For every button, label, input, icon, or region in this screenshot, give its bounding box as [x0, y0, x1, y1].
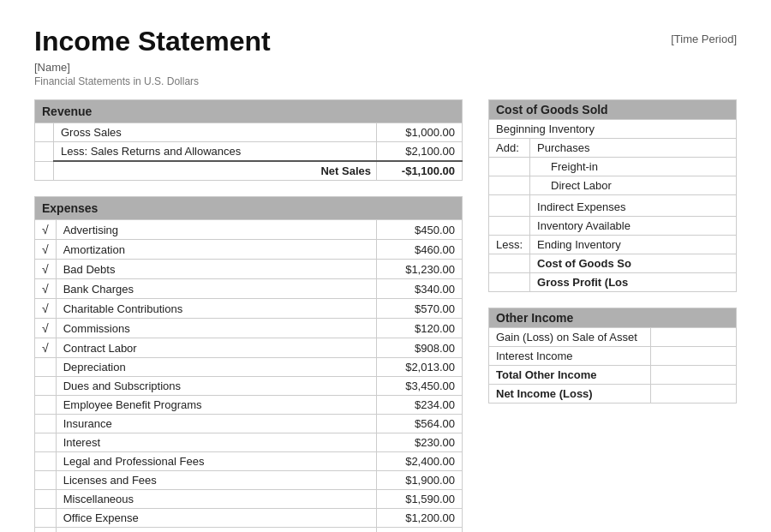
table-row: √ Bank Charges $340.00	[35, 279, 463, 299]
net-sales-row: Net Sales -$1,100.00	[35, 161, 463, 181]
ending-inventory-label: Ending Inventory	[530, 236, 737, 254]
interest-income-label: Interest Income	[489, 347, 651, 366]
page-title: Income Statement	[34, 26, 271, 57]
cogs-label: Cost of Goods So	[530, 254, 737, 273]
other-income-section: Other Income Gain (Loss) on Sale of Asse…	[488, 308, 737, 403]
expenses-header: Expenses	[35, 197, 463, 220]
table-row: Interest $230.00	[35, 433, 463, 452]
table-row: Miscellaneous $1,590.00	[35, 490, 463, 509]
direct-labor-label: Direct Labor	[530, 176, 737, 195]
net-income-row: Net Income (Loss)	[489, 385, 737, 403]
table-row: Beginning Inventory	[489, 120, 737, 139]
check-advertising: √	[35, 220, 57, 240]
total-other-income-label: Total Other Income	[489, 366, 651, 385]
table-row: Gross Sales $1,000.00	[35, 123, 463, 142]
table-row: Gain (Loss) on Sale of Asset	[489, 328, 737, 347]
other-income-header: Other Income	[489, 308, 737, 328]
net-sales-amount: -$1,100.00	[377, 161, 463, 181]
table-row: Direct Labor	[489, 176, 737, 195]
net-sales-label: Net Sales	[54, 161, 377, 181]
name-placeholder: [Name]	[34, 61, 271, 74]
cogs-section: Cost of Goods Sold Beginning Inventory A…	[488, 99, 737, 292]
table-row: Licenses and Fees $1,900.00	[35, 471, 463, 490]
gross-sales-label: Gross Sales	[54, 123, 377, 142]
inventory-available-label: Inventory Available	[530, 217, 737, 236]
gain-loss-label: Gain (Loss) on Sale of Asset	[489, 328, 651, 347]
subtitle: Financial Statements in U.S. Dollars	[34, 75, 271, 87]
revenue-header: Revenue	[35, 100, 463, 123]
table-row: Payroll Taxes $230.00	[35, 528, 463, 533]
table-row: Depreciation $2,013.00	[35, 358, 463, 377]
table-row: Freight-in	[489, 158, 737, 176]
cogs-total-row: Cost of Goods So	[489, 254, 737, 273]
table-row: Add: Purchases	[489, 139, 737, 158]
table-row: √ Amortization $460.00	[35, 240, 463, 260]
table-row: √ Charitable Contributions $570.00	[35, 299, 463, 319]
table-row: Employee Benefit Programs $234.00	[35, 396, 463, 415]
table-row: Interest Income	[489, 347, 737, 366]
net-income-label: Net Income (Loss)	[489, 385, 651, 403]
total-other-income-row: Total Other Income	[489, 366, 737, 385]
table-row: Indirect Expenses	[489, 195, 737, 217]
table-row: √ Commissions $120.00	[35, 319, 463, 338]
revenue-section: Revenue Gross Sales $1,000.00 Less: Sale…	[34, 99, 463, 181]
freight-in-label: Freight-in	[530, 158, 737, 176]
table-row: Less: Ending Inventory	[489, 236, 737, 254]
table-row: √ Bad Debts $1,230.00	[35, 260, 463, 279]
sales-returns-amount: $2,100.00	[377, 142, 463, 162]
gross-profit-label: Gross Profit (Los	[530, 273, 737, 292]
gross-sales-amount: $1,000.00	[377, 123, 463, 142]
add-label: Add:	[489, 139, 530, 158]
beginning-inventory-label: Beginning Inventory	[489, 120, 737, 139]
table-row: Office Expense $1,200.00	[35, 509, 463, 528]
indirect-expenses-label: Indirect Expenses	[530, 195, 737, 217]
purchases-label: Purchases	[530, 139, 737, 158]
table-row: √ Contract Labor $908.00	[35, 338, 463, 358]
table-row: √ Advertising $450.00	[35, 220, 463, 240]
table-row: Dues and Subscriptions $3,450.00	[35, 377, 463, 396]
table-row: Legal and Professional Fees $2,400.00	[35, 452, 463, 471]
sales-returns-label: Less: Sales Returns and Allowances	[54, 142, 377, 162]
expenses-section: Expenses √ Advertising $450.00 √ Amortiz…	[34, 196, 463, 532]
table-row: Inventory Available	[489, 217, 737, 236]
gross-profit-row: Gross Profit (Los	[489, 273, 737, 292]
table-row: Insurance $564.00	[35, 415, 463, 433]
cogs-header: Cost of Goods Sold	[489, 100, 737, 120]
less-label: Less:	[489, 236, 530, 254]
time-period: [Time Period]	[671, 33, 737, 45]
table-row: Less: Sales Returns and Allowances $2,10…	[35, 142, 463, 162]
